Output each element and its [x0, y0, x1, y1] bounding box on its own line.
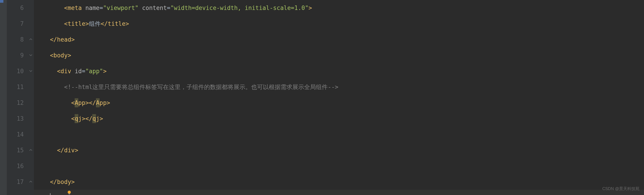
code-line[interactable]: <body>	[34, 47, 644, 63]
code-line[interactable]: <qj></qj>	[34, 111, 644, 127]
change-marker	[0, 0, 4, 3]
line-number[interactable]: 15	[7, 142, 28, 158]
code-line-current[interactable]	[34, 190, 644, 195]
fold-up-icon[interactable]	[29, 148, 33, 152]
tag-title: <title>	[64, 19, 89, 28]
code-line[interactable]: <meta name="viewport" content="width=dev…	[34, 0, 644, 16]
tag-head-close: </head>	[50, 35, 75, 44]
tag-body-close: </body>	[50, 177, 75, 187]
line-number[interactable]: 14	[7, 127, 28, 142]
tag-div: <div	[57, 67, 75, 76]
code-editor[interactable]: 6 7 8 9 10 11 12 13 14 15 16 17 18 <	[0, 0, 644, 195]
line-number-gutter[interactable]: 6 7 8 9 10 11 12 13 14 15 16 17 18	[7, 0, 28, 195]
code-line[interactable]: <App></App>	[34, 95, 644, 111]
marker-strip	[0, 0, 7, 195]
fold-down-icon[interactable]	[29, 69, 33, 73]
line-number[interactable]: 6	[7, 0, 28, 16]
tag-app: A	[75, 98, 78, 107]
code-line[interactable]: </div>	[34, 142, 644, 158]
code-line[interactable]	[34, 127, 644, 142]
tag-body: <body>	[50, 51, 71, 60]
line-number[interactable]: 18	[7, 190, 28, 195]
svg-point-0	[68, 191, 71, 194]
line-number[interactable]: 16	[7, 158, 28, 174]
comment-open: <!--	[64, 82, 78, 92]
intention-bulb-icon[interactable]	[38, 180, 44, 184]
code-content[interactable]: <meta name="viewport" content="width=dev…	[34, 0, 644, 195]
line-number[interactable]: 9	[7, 47, 28, 63]
tag-qj: q	[75, 114, 78, 123]
line-number[interactable]: 10	[7, 63, 28, 79]
watermark-text: CSDN @景天科技苑	[602, 184, 640, 193]
code-line[interactable]: <!--html这里只需要将总组件标签写在这里，子组件的数据都将展示。也可以根据…	[34, 79, 644, 95]
fold-column[interactable]	[28, 0, 34, 195]
tag-meta: <meta	[64, 3, 85, 12]
code-line[interactable]	[34, 158, 644, 174]
code-line[interactable]: <title>组件</title>	[34, 16, 644, 32]
svg-rect-1	[68, 194, 70, 194]
code-line[interactable]: <div id="app">	[34, 63, 644, 79]
line-number[interactable]: 13	[7, 111, 28, 127]
fold-down-icon[interactable]	[29, 53, 33, 57]
line-number[interactable]: 12	[7, 95, 28, 111]
tag-div-close: </div>	[57, 146, 78, 155]
fold-up-icon[interactable]	[29, 180, 33, 184]
code-line[interactable]: </body>	[34, 174, 644, 190]
line-number[interactable]: 17	[7, 174, 28, 190]
code-line[interactable]: </head>	[34, 32, 644, 47]
fold-up-icon[interactable]	[29, 37, 33, 41]
line-number[interactable]: 7	[7, 16, 28, 32]
line-number[interactable]: 8	[7, 32, 28, 47]
line-number[interactable]: 11	[7, 79, 28, 95]
